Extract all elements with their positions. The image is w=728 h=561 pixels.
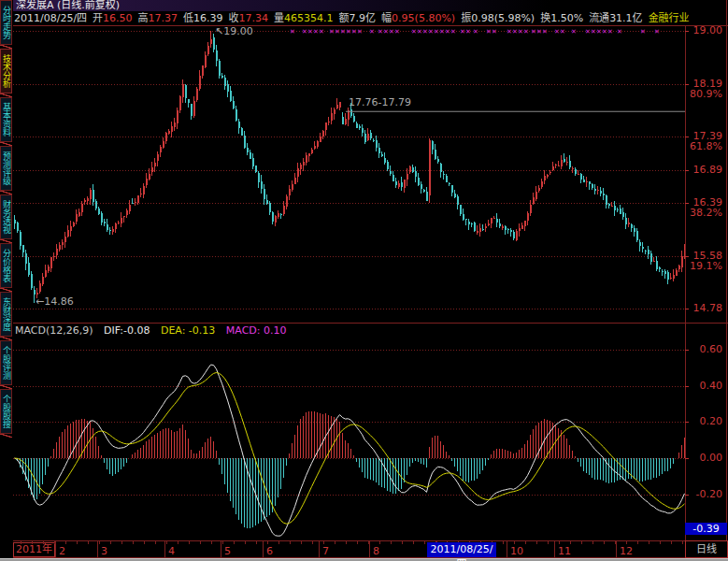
sidebar-tab-4[interactable]: 预测评级 <box>0 146 12 191</box>
signal-mark-icon: ✕ <box>450 29 456 36</box>
kline-gridlines <box>13 32 685 309</box>
month-separator <box>97 541 98 559</box>
signal-mark-icon: ✕ <box>428 29 434 36</box>
signal-mark-icon: ✕ <box>378 29 383 36</box>
signal-mark-icon: ✕ <box>313 29 319 36</box>
fib-percent-label: 80.9% <box>687 89 722 100</box>
cursor-date: 2011/08/25/四 <box>427 542 496 557</box>
quote-info-bar: 2011/08/25/四开16.50高17.37低16.39收17.34量465… <box>14 11 728 25</box>
signal-mark-icon: ✕ <box>434 29 439 36</box>
macd-chart[interactable] <box>13 338 685 540</box>
date-tick <box>21 541 21 544</box>
sidebar-tab-9[interactable]: 个股股搜 <box>0 389 12 434</box>
date-tick <box>323 541 324 544</box>
sidebar-tab-3[interactable]: 基本资料 <box>0 97 12 142</box>
date-tick <box>267 541 268 544</box>
month-separator <box>221 541 221 559</box>
month-label: 4 <box>168 545 175 557</box>
industry-link[interactable]: 金融行业 <box>649 11 690 25</box>
quote-field: 16.50 <box>103 11 133 25</box>
macd-header: MACD(12,26,9) DIF:-0.08 DEA: -0.13 MACD:… <box>15 324 294 337</box>
signal-mark-icon: ✕ <box>617 29 622 36</box>
sidebar-tab-8[interactable]: 个股评测 <box>0 340 12 385</box>
quote-field: 17.37 <box>149 11 178 25</box>
kline-chart[interactable] <box>13 26 685 323</box>
sidebar-tab-7[interactable]: 东财深度 <box>0 292 12 337</box>
date-tick <box>133 541 134 544</box>
month-label: 8 <box>373 545 379 557</box>
date-tick <box>536 541 537 544</box>
kline-candles <box>14 31 686 303</box>
signal-mark-icon: ✕ <box>507 29 512 36</box>
signal-mark-icon: ✕ <box>335 29 340 36</box>
date-tick <box>335 541 335 544</box>
month-separator <box>55 541 56 559</box>
date-tick <box>278 541 279 544</box>
signal-mark-icon: ✕ <box>654 29 660 36</box>
date-tick <box>592 541 593 544</box>
month-separator <box>164 541 165 559</box>
sidebar-tab-6[interactable]: 分价格表 <box>0 243 12 288</box>
date-tick <box>65 541 66 544</box>
quote-field: 额 <box>339 11 350 25</box>
month-separator <box>319 541 320 559</box>
signal-mark-icon: ✕ <box>591 29 596 36</box>
signal-mark-icon: ✕ <box>290 29 295 36</box>
signal-mark-icon: ✕ <box>439 29 445 36</box>
date-tick <box>604 541 605 544</box>
date-tick <box>424 541 425 544</box>
quote-field: 1.50% <box>550 11 583 25</box>
date-tick <box>671 541 672 544</box>
low-annotation: ←14.86 <box>36 296 74 307</box>
macd-cursor-value: -0.39 <box>685 523 727 535</box>
month-separator <box>263 541 264 559</box>
signal-mark-icon: ✕ <box>307 29 313 36</box>
sidebar-tab-5[interactable]: 财务透视 <box>0 194 12 239</box>
signal-mark-icon: ✕ <box>486 29 492 36</box>
dea-line <box>15 372 685 524</box>
date-tick <box>514 541 515 544</box>
app-window: 分时走势技术分析基本资料预测评级财务透视分价格表东财深度个股评测个股股搜 深发展… <box>0 0 728 561</box>
signal-mark-icon: ✕ <box>417 29 422 36</box>
date-tick <box>548 541 549 544</box>
macd-gridlines <box>13 350 685 495</box>
quote-field: 0.98(5.98%) <box>471 11 535 25</box>
dea-value: DEA: -0.13 <box>161 324 215 337</box>
macd-axis-label: 0.60 <box>687 344 722 355</box>
macd-value: MACD: 0.10 <box>226 324 287 337</box>
quote-field: 465354.1 <box>284 11 334 25</box>
date-tick <box>211 541 212 544</box>
window-right-border <box>726 0 727 558</box>
quote-field: 振 <box>461 11 471 25</box>
signal-mark-icon: ✕ <box>518 29 523 36</box>
month-label: 5 <box>224 545 231 557</box>
sidebar-tab-1[interactable]: 分时走势 <box>0 0 12 45</box>
signal-mark-icon: ✕ <box>554 29 560 36</box>
price-axis-label: 16.89 <box>687 165 722 176</box>
quote-field: 低 <box>183 11 193 25</box>
signal-mark-icon: ✕ <box>492 29 497 36</box>
month-label: 7 <box>322 545 329 557</box>
sidebar-tab-2[interactable]: 技术分析 <box>0 49 12 94</box>
month-label: 6 <box>266 545 273 557</box>
signal-mark-icon: ✕ <box>389 29 394 36</box>
month-separator <box>554 541 555 559</box>
signal-mark-icon: ✕ <box>319 29 324 36</box>
quote-field: 7.9亿 <box>350 11 377 25</box>
date-tick <box>256 541 257 544</box>
macd-params: MACD(12,26,9) <box>15 324 93 337</box>
signal-mark-icon: ✕ <box>585 29 591 36</box>
signal-mark-icon: ✕ <box>351 29 357 36</box>
date-tick <box>649 541 649 544</box>
period-label[interactable]: 日线 <box>685 540 728 558</box>
title-bar: 深发展A (日线.前复权) <box>13 0 728 11</box>
date-tick <box>391 541 392 544</box>
date-tick <box>43 541 44 544</box>
date-tick <box>357 541 358 544</box>
date-tick <box>413 541 414 544</box>
quote-field: 开 <box>93 11 103 25</box>
signal-mark-icon: ✕ <box>340 29 346 36</box>
signal-mark-icon: ✕ <box>302 29 307 36</box>
date-tick <box>77 541 78 544</box>
date-axis[interactable]: 2011年 2011/08/25/四 23456789101112 <box>13 540 685 558</box>
